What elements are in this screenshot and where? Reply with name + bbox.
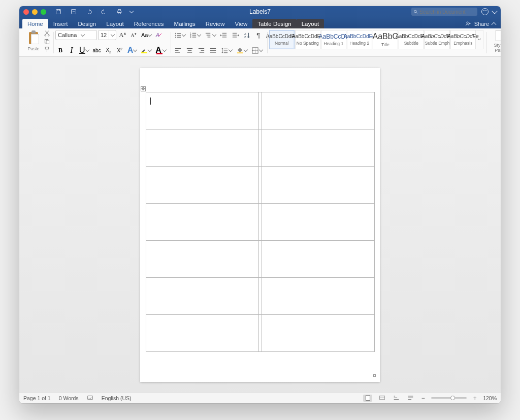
table-cell[interactable] (262, 315, 375, 352)
font-size-dropdown[interactable]: 12 (98, 30, 116, 40)
table-move-handle-icon[interactable]: ✥ (141, 86, 146, 91)
align-left-button[interactable] (173, 45, 183, 55)
fullscreen-window-button[interactable] (41, 9, 46, 15)
minimize-window-button[interactable] (32, 9, 38, 15)
search-document-field[interactable] (411, 8, 477, 16)
style-subtle-emph-[interactable]: AaBbCcDdEeSubtle Emph... (425, 30, 450, 49)
highlight-button[interactable] (139, 45, 153, 55)
tab-references[interactable]: References (129, 19, 169, 28)
change-case-button[interactable]: Aa (140, 30, 153, 40)
view-print-layout-button[interactable] (363, 395, 372, 402)
view-draft-button[interactable] (406, 395, 415, 402)
align-center-button[interactable] (184, 45, 195, 55)
increase-font-size-button[interactable]: A▴ (117, 30, 127, 40)
style-emphasis[interactable]: AaBbCcDdEeEmphasis (450, 30, 476, 49)
spellcheck-icon[interactable] (87, 395, 93, 401)
line-spacing-button[interactable] (219, 45, 234, 55)
table-cell[interactable] (262, 92, 375, 130)
status-word-count[interactable]: 0 Words (59, 395, 79, 401)
table-cell[interactable] (146, 204, 259, 241)
zoom-level[interactable]: 120% (483, 395, 497, 401)
redo-button[interactable] (99, 7, 109, 17)
zoom-slider[interactable] (431, 397, 467, 399)
cut-icon[interactable] (44, 30, 50, 37)
italic-button[interactable]: I (67, 45, 77, 55)
zoom-in-button[interactable]: + (472, 395, 478, 402)
table-cell[interactable] (262, 130, 375, 167)
undo-button[interactable] (84, 7, 94, 17)
clear-formatting-button[interactable]: A (154, 30, 164, 40)
sort-button[interactable]: AZ (242, 30, 252, 40)
status-language[interactable]: English (US) (102, 395, 132, 401)
table-cell[interactable] (146, 130, 259, 167)
decrease-font-size-button[interactable]: A▾ (128, 30, 139, 40)
table-cell[interactable] (146, 167, 259, 204)
increase-indent-button[interactable] (230, 30, 241, 40)
print-button[interactable] (114, 7, 124, 17)
copy-icon[interactable] (44, 38, 50, 45)
view-web-layout-button[interactable] (377, 395, 386, 402)
font-color-button[interactable]: A (154, 45, 168, 55)
decrease-indent-button[interactable] (218, 30, 229, 40)
styles-pane-button[interactable]: Styles Pane (491, 30, 501, 53)
table-cell[interactable] (146, 278, 259, 315)
shading-button[interactable] (235, 45, 249, 55)
view-outline-button[interactable] (392, 395, 401, 402)
style-subtitle[interactable]: AaBbCcDdEeSubtitle (399, 30, 424, 49)
tab-table-layout[interactable]: Layout (297, 19, 324, 28)
tab-table-design[interactable]: Table Design (252, 19, 296, 28)
table-cell[interactable] (146, 315, 259, 352)
style-no-spacing[interactable]: AaBbCcDdEeNo Spacing (295, 30, 320, 49)
share-button[interactable]: Share (474, 21, 489, 27)
zoom-slider-knob[interactable] (450, 396, 455, 400)
tab-insert[interactable]: Insert (48, 19, 73, 28)
table-cell[interactable] (262, 241, 375, 278)
tab-review[interactable]: Review (201, 19, 230, 28)
feedback-smile-icon[interactable] (481, 8, 489, 15)
bold-button[interactable]: B (55, 45, 66, 55)
search-input[interactable] (419, 9, 475, 15)
tab-design[interactable]: Design (73, 19, 101, 28)
zoom-out-button[interactable]: − (420, 395, 426, 402)
qat-caret-icon[interactable] (129, 9, 134, 13)
show-paragraph-marks-button[interactable]: ¶ (253, 30, 264, 40)
numbering-button[interactable]: 123 (188, 30, 202, 40)
tab-mailings[interactable]: Mailings (169, 19, 201, 28)
table-cell[interactable] (146, 92, 259, 130)
styles-gallery-more-button[interactable] (476, 30, 483, 49)
tab-home[interactable]: Home (22, 19, 48, 28)
subscript-button[interactable]: X2 (104, 45, 114, 55)
table-cell[interactable] (262, 167, 375, 204)
document-scroll-area[interactable]: ✥ (19, 57, 501, 392)
style-normal[interactable]: AaBbCcDdEeNormal (269, 30, 295, 49)
style-heading-1[interactable]: AaBbCcDcHeading 1 (321, 30, 346, 49)
table-cell[interactable] (146, 241, 259, 278)
status-page[interactable]: Page 1 of 1 (23, 395, 51, 401)
superscript-button[interactable]: X2 (115, 45, 125, 55)
style-heading-2[interactable]: AaBbCcDdEeHeading 2 (347, 30, 372, 49)
underline-button[interactable]: U (78, 45, 90, 55)
tab-layout[interactable]: Layout (101, 19, 129, 28)
font-name-dropdown[interactable]: Calluna (55, 30, 97, 40)
justify-button[interactable] (208, 45, 218, 55)
align-right-button[interactable] (196, 45, 207, 55)
bullets-button[interactable] (173, 30, 187, 40)
text-effects-button[interactable]: A (126, 45, 139, 55)
labels-table[interactable] (146, 92, 375, 352)
document-page[interactable]: ✥ (140, 68, 380, 382)
multilevel-list-button[interactable] (203, 30, 217, 40)
table-cell[interactable] (262, 278, 375, 315)
style-title[interactable]: AaBbCTitle (373, 30, 398, 49)
paste-button[interactable]: Paste (24, 30, 43, 51)
autosave-menu-button[interactable] (69, 7, 79, 17)
table-resize-handle-icon[interactable] (373, 374, 376, 377)
save-button[interactable] (53, 7, 63, 17)
titlebar-chevron-icon[interactable] (492, 8, 497, 14)
tab-view[interactable]: View (230, 19, 253, 28)
format-painter-icon[interactable] (44, 46, 50, 53)
strikethrough-button[interactable]: abc (91, 45, 103, 55)
close-window-button[interactable] (23, 9, 29, 15)
table-cell[interactable] (262, 204, 375, 241)
collapse-ribbon-icon[interactable] (492, 22, 497, 27)
borders-button[interactable] (250, 45, 264, 55)
